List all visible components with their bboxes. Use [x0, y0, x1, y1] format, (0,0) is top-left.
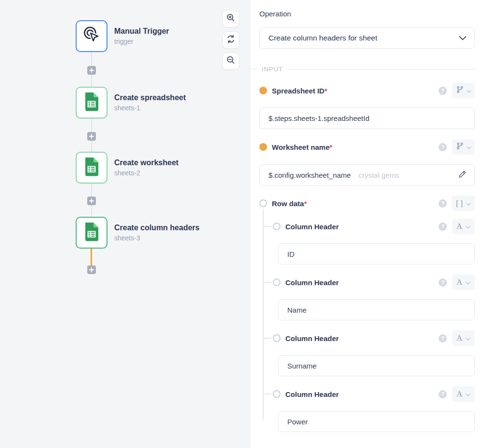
input-section-divider: INPUT — [251, 66, 475, 73]
field-row-row-data: Row data* ? [ ] — [259, 196, 475, 211]
node-create-worksheet[interactable]: Create worksheet sheets-2 — [76, 152, 178, 184]
type-selector-reference[interactable] — [452, 83, 475, 98]
node-card[interactable] — [76, 20, 107, 52]
help-icon[interactable]: ? — [439, 334, 447, 343]
string-type-icon: A — [456, 334, 463, 343]
field-label: Column Header — [285, 334, 339, 343]
type-selector-string[interactable]: A — [452, 386, 475, 402]
node-title: Create column headers — [114, 224, 200, 232]
zoom-out-button[interactable] — [222, 53, 240, 70]
google-sheets-icon — [83, 92, 100, 113]
operation-selected-value: Create column headers for sheet — [268, 34, 459, 42]
operation-select[interactable]: Create column headers for sheet — [259, 27, 475, 49]
divider-line — [287, 69, 475, 69]
field-label: Worksheet name* — [272, 143, 333, 151]
type-selector-array[interactable]: [ ] — [452, 196, 475, 211]
field-label: Spreadsheet ID* — [272, 87, 327, 95]
divider-line — [251, 69, 257, 69]
chevron-down-icon — [466, 222, 470, 231]
node-card[interactable] — [76, 152, 107, 184]
column-header-input-1[interactable]: ID — [278, 243, 475, 264]
type-selector-string[interactable]: A — [452, 219, 475, 234]
add-step-button[interactable] — [87, 66, 96, 75]
google-sheets-icon — [83, 157, 100, 178]
worksheet-name-input[interactable]: $.config.worksheet_name crystal gems — [259, 164, 475, 186]
empty-value-dot — [273, 390, 281, 398]
input-value: Name — [287, 306, 307, 314]
mapped-value-dot — [259, 143, 267, 151]
zoom-in-button[interactable] — [222, 10, 240, 27]
input-value: Power — [287, 418, 308, 426]
empty-value-dot — [273, 334, 281, 342]
google-sheets-icon — [83, 222, 100, 243]
required-asterisk: * — [324, 87, 327, 95]
help-icon[interactable]: ? — [439, 223, 447, 231]
zoom-out-icon — [226, 55, 236, 67]
node-subtitle: trigger — [114, 38, 169, 45]
required-asterisk: * — [330, 143, 333, 151]
node-title: Create spreadsheet — [114, 93, 186, 102]
type-selector-string[interactable]: A — [452, 275, 475, 290]
chevron-down-icon — [466, 199, 471, 208]
help-icon[interactable]: ? — [439, 199, 447, 208]
refresh-button[interactable] — [222, 31, 240, 49]
canvas-controls — [222, 10, 240, 70]
add-step-button[interactable] — [87, 265, 96, 274]
chevron-down-icon — [467, 86, 471, 95]
refresh-icon — [226, 34, 236, 46]
input-value: ID — [287, 250, 295, 258]
column-header-input-4[interactable]: Power — [278, 411, 475, 432]
column-header-input-2[interactable]: Name — [278, 299, 475, 320]
field-row-worksheet-name: Worksheet name* ? — [259, 139, 475, 155]
node-card[interactable] — [76, 87, 107, 119]
step-config-panel: Operation Create column headers for shee… — [251, 0, 482, 448]
node-manual-trigger[interactable]: Manual Trigger trigger — [76, 20, 169, 52]
field-row-column-header-4: Column Header ? A — [259, 386, 475, 402]
array-type-icon: [ ] — [456, 199, 463, 207]
input-value: Surname — [287, 362, 317, 370]
type-selector-reference[interactable] — [452, 139, 475, 155]
node-title: Create worksheet — [114, 158, 178, 167]
empty-value-dot — [273, 223, 281, 230]
required-asterisk: * — [304, 199, 307, 208]
field-label: Column Header — [285, 278, 339, 287]
help-icon[interactable]: ? — [439, 87, 447, 95]
add-step-button[interactable] — [87, 132, 96, 141]
field-label: Column Header — [285, 390, 339, 398]
node-title: Manual Trigger — [114, 27, 169, 36]
spreadsheet-id-input[interactable]: $.steps.sheets-1.spreadsheetId — [259, 107, 475, 129]
node-card-selected[interactable] — [76, 217, 107, 249]
string-type-icon: A — [456, 278, 463, 287]
mapped-value-dot — [259, 87, 267, 94]
node-subtitle: sheets-2 — [114, 169, 178, 177]
empty-value-dot — [259, 199, 267, 207]
help-icon[interactable]: ? — [439, 278, 447, 287]
manual-trigger-icon — [81, 25, 102, 47]
field-row-column-header-2: Column Header ? A — [259, 275, 475, 290]
chevron-down-icon — [466, 334, 470, 343]
field-row-column-header-3: Column Header ? A — [259, 330, 475, 346]
string-type-icon: A — [456, 222, 463, 231]
workflow-canvas[interactable]: Manual Trigger trigger Crea — [0, 0, 250, 448]
branch-icon — [456, 142, 464, 152]
empty-value-dot — [273, 278, 281, 286]
field-row-column-header-1: Column Header ? A — [259, 219, 475, 234]
type-selector-string[interactable]: A — [452, 330, 475, 346]
input-section-label: INPUT — [262, 66, 283, 73]
branch-icon — [456, 86, 464, 95]
input-value: $.steps.sheets-1.spreadsheetId — [268, 114, 369, 122]
chevron-down-icon — [467, 143, 471, 151]
chevron-down-icon — [466, 390, 470, 398]
node-create-spreadsheet[interactable]: Create spreadsheet sheets-1 — [76, 87, 186, 119]
add-step-button[interactable] — [87, 197, 96, 205]
help-icon[interactable]: ? — [439, 143, 447, 151]
column-header-input-3[interactable]: Surname — [278, 355, 475, 376]
help-icon[interactable]: ? — [439, 390, 447, 398]
node-subtitle: sheets-1 — [114, 104, 186, 112]
node-create-column-headers[interactable]: Create column headers sheets-3 — [76, 217, 200, 249]
chevron-down-icon — [459, 34, 467, 42]
string-type-icon: A — [456, 390, 463, 398]
pencil-icon[interactable] — [458, 170, 467, 180]
operation-label: Operation — [259, 10, 291, 18]
zoom-in-icon — [226, 13, 236, 25]
